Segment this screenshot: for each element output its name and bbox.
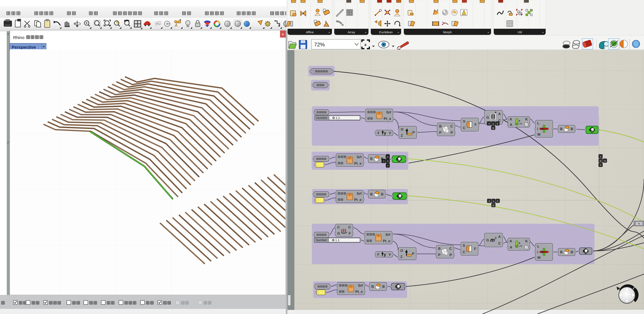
svg-text:Pt_e: Pt_e (383, 239, 390, 243)
svg-text:2: 2 (495, 236, 496, 240)
svg-text:O: O (401, 128, 404, 131)
svg-text:B: B (571, 127, 573, 131)
svg-text:B: B (439, 124, 442, 128)
svg-text:►: ► (497, 200, 499, 202)
svg-text:A: A (510, 123, 512, 127)
svg-text:►: ► (496, 122, 499, 125)
svg-text:N: N (541, 128, 543, 130)
svg-text:a: a (519, 119, 520, 122)
svg-text:i: i (537, 250, 538, 254)
svg-text:x: x (282, 32, 284, 36)
svg-text:B: B (371, 285, 374, 288)
svg-text:B: B (560, 250, 562, 254)
svg-text:m: m (490, 237, 495, 243)
svg-text:+: + (487, 30, 489, 34)
svg-text:◄: ◄ (488, 122, 490, 125)
svg-text:B: B (560, 127, 562, 131)
svg-text:Srf: Srf (356, 192, 362, 196)
svg-text:▲: ▲ (492, 200, 494, 202)
svg-text:▼: ▼ (600, 164, 602, 166)
svg-text:Pt_e: Pt_e (354, 198, 362, 202)
svg-text:▲: ▲ (387, 156, 389, 158)
svg-text:A: A (325, 20, 327, 23)
svg-text:Z: Z (400, 255, 402, 259)
svg-text:Array: Array (348, 30, 355, 34)
svg-text:Rhino: Rhino (13, 35, 24, 40)
svg-text:O: O (400, 249, 403, 253)
svg-text:Number: Number (316, 238, 327, 242)
svg-text:i: i (537, 127, 538, 131)
svg-text:▼: ▼ (387, 160, 389, 162)
svg-text:✦: ✦ (387, 164, 388, 167)
svg-text:W: W (537, 132, 541, 136)
svg-text:B: B (438, 247, 440, 250)
svg-text:B: B (381, 192, 384, 196)
svg-text:Perspective: Perspective (12, 45, 36, 50)
svg-text:a: a (519, 242, 520, 244)
svg-text:K: K (510, 118, 512, 121)
svg-text:P: P (450, 131, 453, 135)
svg-text:A: A (510, 246, 512, 249)
svg-text:Pt_e: Pt_e (384, 117, 391, 121)
svg-text:B: B (382, 285, 385, 288)
svg-text:Srf: Srf (358, 284, 363, 288)
svg-text:V: V (389, 131, 391, 135)
svg-text:S: S (463, 244, 465, 248)
svg-text:P: P (412, 130, 415, 134)
svg-text:F: F (378, 131, 380, 135)
svg-text:+: + (398, 30, 399, 34)
svg-text:W: W (537, 256, 541, 260)
svg-text:T: T (7, 32, 9, 36)
svg-text:C: C (463, 250, 465, 254)
svg-text:G: G (486, 238, 489, 242)
svg-text:P: P (439, 131, 442, 135)
svg-text:P: P (450, 253, 452, 257)
svg-text:C: C (463, 126, 466, 130)
svg-text:Pt_e: Pt_e (354, 162, 362, 166)
svg-text:A: A (498, 235, 501, 239)
svg-text:Z: Z (401, 134, 403, 138)
svg-text:■: ■ (604, 160, 606, 162)
svg-text:▤: ▤ (492, 127, 494, 129)
svg-text:B: B (370, 192, 372, 196)
svg-text:+: + (365, 30, 367, 34)
svg-text:B: B (370, 157, 372, 161)
svg-text:C: C (337, 225, 340, 229)
svg-text:▲: ▲ (600, 155, 602, 158)
svg-text:K: K (510, 239, 512, 243)
svg-text:L: L (537, 121, 539, 125)
svg-text:F: F (8, 141, 9, 144)
svg-text:Number: Number (316, 116, 327, 120)
svg-text:1.1: 1.1 (335, 238, 340, 242)
svg-text:L: L (537, 244, 539, 248)
svg-text:Srf: Srf (385, 233, 390, 237)
svg-text:K: K (525, 118, 528, 121)
svg-text:F: F (349, 232, 351, 236)
svg-text:◄: ◄ (488, 200, 490, 202)
svg-text:y: y (384, 252, 386, 257)
svg-text:P: P (438, 253, 440, 257)
svg-text:+: + (542, 30, 544, 34)
svg-text:K: K (525, 239, 528, 243)
svg-text:V: V (388, 253, 391, 256)
svg-text:72%: 72% (314, 42, 325, 48)
svg-text:P: P (412, 252, 414, 256)
svg-text:N: N (541, 251, 543, 254)
svg-text:Euclidean: Euclidean (379, 30, 393, 34)
svg-text:x: x (364, 43, 366, 47)
svg-text:Srf: Srf (356, 155, 362, 159)
svg-text:☰: ☰ (383, 160, 384, 162)
svg-text:+: + (328, 30, 330, 34)
svg-text:A: A (498, 112, 501, 116)
svg-text:C: C (450, 124, 453, 128)
svg-text:F: F (475, 123, 477, 127)
svg-text:B: B (571, 250, 573, 254)
svg-text:N: N (638, 222, 640, 225)
svg-text:G: G (486, 116, 489, 120)
svg-text:C: C (348, 225, 351, 229)
svg-text:Util: Util (518, 30, 522, 34)
svg-text:F: F (474, 247, 476, 251)
svg-text:S: S (463, 120, 465, 123)
svg-text:↘4z: ↘4z (518, 245, 522, 247)
svg-text:▤: ▤ (492, 204, 494, 206)
